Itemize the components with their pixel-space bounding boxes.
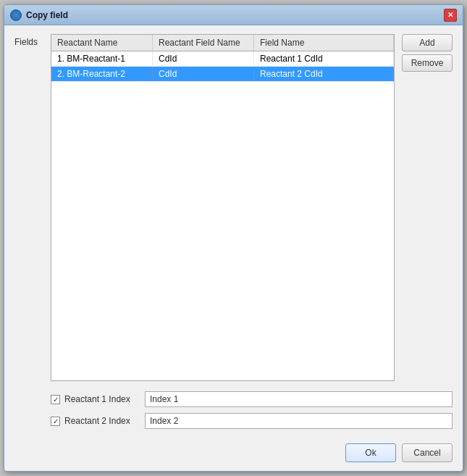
table-row[interactable]: 1. BM-Reactant-1 CdId Reactant 1 CdId	[51, 51, 394, 67]
reactant1-index-input[interactable]	[145, 391, 453, 407]
table-body: 1. BM-Reactant-1 CdId Reactant 1 CdId 2.…	[51, 51, 394, 380]
cell-reactant-name-2: 2. BM-Reactant-2	[51, 67, 153, 81]
cell-field-name-1: Reactant 1 CdId	[254, 51, 394, 66]
cell-field-name-2: Reactant 2 CdId	[254, 67, 394, 81]
index-section: ✓ Reactant 1 Index ✓ Reactant 2 Index	[14, 388, 453, 429]
ok-button[interactable]: Ok	[345, 443, 396, 462]
cell-reactant-field-2: CdId	[153, 67, 254, 81]
remove-button[interactable]: Remove	[402, 54, 453, 72]
table-header: Reactant Name Reactant Field Name Field …	[51, 35, 394, 51]
close-button[interactable]: ✕	[444, 9, 457, 22]
add-button[interactable]: Add	[402, 34, 453, 51]
column-header-field-name: Field Name	[254, 35, 394, 51]
reactant1-index-row: ✓ Reactant 1 Index	[51, 391, 453, 407]
fields-label: Fields	[14, 34, 43, 381]
reactant2-index-row: ✓ Reactant 2 Index	[51, 413, 453, 429]
reactant1-index-label[interactable]: ✓ Reactant 1 Index	[51, 394, 138, 404]
dialog-footer: Ok Cancel	[4, 438, 463, 471]
dialog-icon	[10, 9, 22, 21]
action-buttons: Add Remove	[402, 34, 453, 381]
column-header-reactant-field-name: Reactant Field Name	[153, 35, 254, 51]
cell-reactant-name-1: 1. BM-Reactant-1	[51, 51, 153, 66]
dialog-title: Copy field	[26, 10, 68, 20]
cancel-button[interactable]: Cancel	[402, 443, 453, 462]
title-bar: Copy field ✕	[4, 5, 463, 25]
reactant2-index-label[interactable]: ✓ Reactant 2 Index	[51, 416, 138, 426]
reactant2-index-input[interactable]	[145, 413, 453, 429]
reactant2-index-checkbox[interactable]: ✓	[51, 417, 60, 426]
reactant1-index-checkbox[interactable]: ✓	[51, 395, 60, 404]
table-row[interactable]: 2. BM-Reactant-2 CdId Reactant 2 CdId	[51, 67, 394, 82]
copy-field-dialog: Copy field ✕ Fields Reactant Name Reacta…	[4, 4, 463, 472]
reactant1-index-label-text: Reactant 1 Index	[64, 394, 130, 404]
column-header-reactant-name: Reactant Name	[51, 35, 153, 51]
fields-section: Fields Reactant Name Reactant Field Name…	[14, 34, 453, 381]
fields-table-container: Reactant Name Reactant Field Name Field …	[51, 34, 395, 381]
reactant2-index-label-text: Reactant 2 Index	[64, 416, 130, 426]
dialog-body: Fields Reactant Name Reactant Field Name…	[4, 25, 463, 438]
cell-reactant-field-1: CdId	[153, 51, 254, 66]
